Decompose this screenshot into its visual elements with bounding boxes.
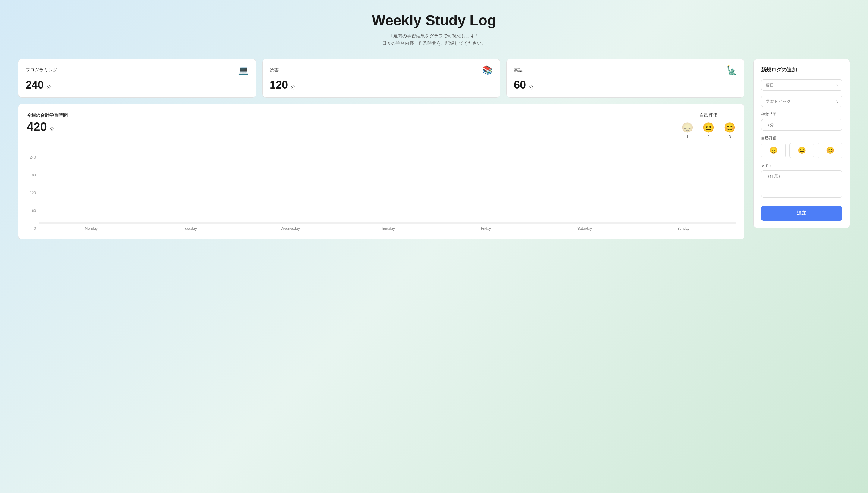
page-header: Weekly Study Log １週間の学習結果をグラフで可視化します！ 日々…: [18, 12, 850, 47]
sad-emoji: 😞: [770, 147, 778, 154]
day-form-group: 曜日 Monday Tuesday Wednesday Thursday Fri…: [761, 79, 842, 91]
x-label-wednesday: Wednesday: [281, 227, 296, 231]
y-label-180: 180: [27, 173, 36, 177]
topic-form-group: 学習トピック プログラミング 読書 英語: [761, 95, 842, 107]
happy-face-icon: 😊: [724, 122, 736, 133]
rating-label: 自己評価: [761, 135, 842, 141]
memo-form-group: メモ：: [761, 163, 842, 199]
y-label-0: 0: [27, 227, 36, 231]
rating-sad-button[interactable]: 😞: [761, 143, 786, 158]
main-layout: プログラミング 💻 240 分 読書 📚 120 分: [18, 59, 850, 239]
reading-icon: 📚: [482, 65, 493, 75]
bars-area: [39, 224, 736, 224]
rating-2-label: 2: [707, 134, 710, 139]
programming-title: プログラミング: [26, 67, 57, 73]
x-axis: Monday Tuesday Wednesday Thursday Friday…: [39, 224, 736, 231]
x-label-friday: Friday: [478, 227, 494, 231]
x-label-sunday: Sunday: [675, 227, 691, 231]
stat-cards: プログラミング 💻 240 分 読書 📚 120 分: [18, 59, 744, 98]
happy-emoji: 😊: [826, 147, 834, 154]
rating-1-label: 1: [686, 134, 688, 139]
neutral-emoji: 😐: [798, 147, 806, 154]
stat-card-programming: プログラミング 💻 240 分: [18, 59, 256, 98]
reading-value: 120: [270, 79, 288, 91]
x-label-saturday: Saturday: [577, 227, 593, 231]
right-sidebar: 新規ログの追加 曜日 Monday Tuesday Wednesday Thur…: [754, 59, 850, 228]
add-button[interactable]: 追加: [761, 206, 842, 221]
sidebar-title: 新規ログの追加: [761, 66, 842, 73]
rating-happy-button[interactable]: 😊: [818, 143, 842, 158]
day-select[interactable]: 曜日 Monday Tuesday Wednesday Thursday Fri…: [761, 79, 842, 91]
page-title: Weekly Study Log: [18, 12, 850, 29]
y-label-60: 60: [27, 209, 36, 213]
time-input[interactable]: [761, 119, 842, 131]
rating-happy: 😊 3: [724, 122, 736, 139]
x-label-monday: Monday: [84, 227, 99, 231]
programming-value: 240: [26, 79, 44, 91]
left-section: プログラミング 💻 240 分 読書 📚 120 分: [18, 59, 744, 239]
memo-input[interactable]: [761, 170, 842, 197]
rating-form-group: 自己評価 😞 😐 😊: [761, 135, 842, 158]
rating-neutral-button[interactable]: 😐: [789, 143, 814, 158]
english-title: 英語: [514, 67, 523, 73]
rating-sad: 😞 1: [682, 122, 693, 139]
rating-3-label: 3: [729, 134, 731, 139]
reading-title: 読書: [270, 67, 279, 73]
english-unit: 分: [529, 84, 533, 89]
time-label: 作業時間: [761, 112, 842, 117]
sad-face-icon: 😞: [682, 122, 693, 133]
bar-chart: 0 60 120 180 240: [27, 146, 736, 231]
self-rating-label: 自己評価: [682, 112, 736, 118]
y-label-120: 120: [27, 191, 36, 195]
neutral-face-icon: 😐: [703, 122, 715, 133]
x-label-tuesday: Tuesday: [182, 227, 198, 231]
topic-select[interactable]: 学習トピック プログラミング 読書 英語: [761, 95, 842, 107]
chart-total-unit: 分: [49, 127, 54, 132]
english-icon: 🗽: [726, 65, 737, 75]
rating-neutral: 😐 2: [703, 122, 715, 139]
programming-unit: 分: [46, 84, 51, 89]
stat-card-reading: 読書 📚 120 分: [262, 59, 500, 98]
time-form-group: 作業時間: [761, 112, 842, 131]
english-value: 60: [514, 79, 526, 91]
page-subtitle: １週間の学習結果をグラフで可視化します！ 日々の学習内容・作業時間を、記録してく…: [18, 32, 850, 47]
memo-label: メモ：: [761, 163, 842, 169]
stat-card-english: 英語 🗽 60 分: [506, 59, 744, 98]
y-label-240: 240: [27, 155, 36, 159]
reading-unit: 分: [291, 84, 295, 89]
chart-total-value: 420: [27, 120, 47, 133]
chart-total-label: 今週の合計学習時間: [27, 112, 68, 118]
programming-icon: 💻: [238, 65, 249, 75]
self-rating-section: 自己評価 😞 1 😐 2 😊 3: [682, 112, 736, 139]
chart-section: 今週の合計学習時間 420 分 自己評価 😞 1 😐: [18, 104, 744, 239]
x-label-thursday: Thursday: [379, 227, 395, 231]
y-axis: 0 60 120 180 240: [27, 155, 36, 231]
